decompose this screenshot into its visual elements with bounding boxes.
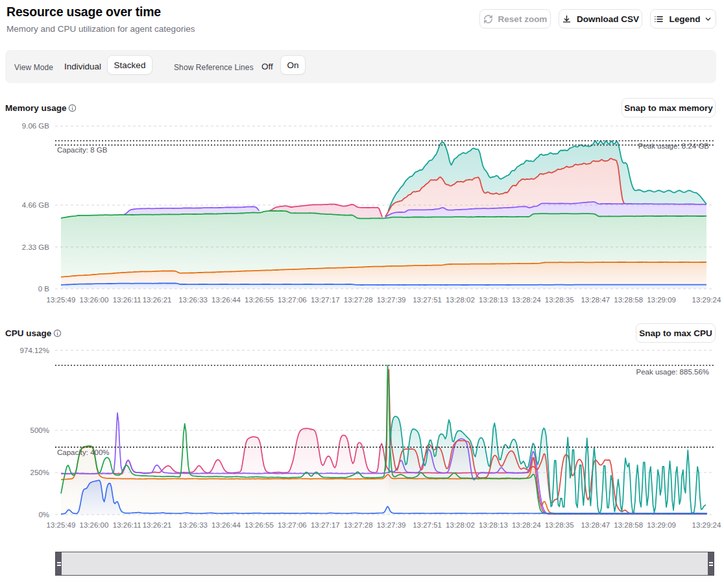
svg-text:13:27:17: 13:27:17 — [311, 521, 340, 529]
svg-text:13:26:11: 13:26:11 — [113, 296, 141, 304]
svg-text:Capacity: 400%: Capacity: 400% — [57, 448, 110, 456]
svg-text:13:28:24: 13:28:24 — [512, 521, 541, 529]
svg-text:13:27:51: 13:27:51 — [413, 521, 442, 529]
svg-text:13:28:35: 13:28:35 — [545, 296, 574, 304]
svg-text:13:27:51: 13:27:51 — [413, 296, 442, 304]
svg-text:13:28:47: 13:28:47 — [581, 296, 610, 304]
svg-text:0 B: 0 B — [38, 285, 50, 293]
svg-text:13:28:35: 13:28:35 — [545, 521, 574, 529]
svg-text:Peak usage: 885.56%: Peak usage: 885.56% — [636, 368, 709, 376]
svg-text:13:26:55: 13:26:55 — [245, 521, 274, 529]
svg-text:Peak usage: 8.24 GB: Peak usage: 8.24 GB — [638, 142, 710, 150]
svg-text:13:26:55: 13:26:55 — [245, 296, 274, 304]
svg-text:13:28:58: 13:28:58 — [614, 296, 643, 304]
svg-text:13:26:21: 13:26:21 — [143, 521, 172, 529]
svg-text:0%: 0% — [38, 511, 49, 519]
svg-text:13:29:09: 13:29:09 — [647, 521, 676, 529]
svg-text:13:29:24: 13:29:24 — [692, 521, 721, 529]
svg-text:13:25:49: 13:25:49 — [47, 521, 76, 529]
svg-text:13:29:09: 13:29:09 — [647, 296, 676, 304]
svg-text:500%: 500% — [30, 426, 49, 434]
svg-text:13:27:39: 13:27:39 — [377, 296, 406, 304]
svg-text:13:28:24: 13:28:24 — [512, 296, 541, 304]
svg-text:13:28:02: 13:28:02 — [446, 521, 475, 529]
svg-text:13:28:13: 13:28:13 — [479, 521, 508, 529]
svg-text:2.33 GB: 2.33 GB — [22, 243, 50, 251]
svg-text:250%: 250% — [30, 469, 49, 476]
svg-text:13:27:28: 13:27:28 — [344, 296, 373, 304]
svg-text:13:28:47: 13:28:47 — [581, 521, 610, 529]
svg-text:4.66 GB: 4.66 GB — [22, 201, 50, 209]
svg-text:13:26:00: 13:26:00 — [80, 521, 109, 529]
svg-text:13:26:33: 13:26:33 — [178, 296, 208, 304]
svg-text:13:28:02: 13:28:02 — [446, 296, 475, 304]
svg-text:13:28:13: 13:28:13 — [479, 296, 508, 304]
svg-text:974.12%: 974.12% — [20, 347, 49, 354]
svg-text:13:26:21: 13:26:21 — [143, 296, 172, 304]
svg-text:13:27:06: 13:27:06 — [278, 296, 307, 304]
svg-text:13:29:24: 13:29:24 — [692, 296, 721, 304]
svg-text:9.06 GB: 9.06 GB — [22, 122, 50, 130]
svg-text:13:26:11: 13:26:11 — [113, 521, 141, 529]
svg-text:13:27:39: 13:27:39 — [377, 521, 406, 529]
svg-text:13:26:33: 13:26:33 — [178, 521, 208, 529]
svg-text:13:27:28: 13:27:28 — [344, 521, 373, 529]
svg-text:13:26:44: 13:26:44 — [211, 296, 241, 304]
svg-text:13:26:00: 13:26:00 — [80, 296, 109, 304]
svg-text:13:26:44: 13:26:44 — [211, 521, 241, 529]
svg-text:13:28:58: 13:28:58 — [614, 521, 643, 529]
svg-text:13:25:49: 13:25:49 — [47, 296, 76, 304]
svg-text:13:27:17: 13:27:17 — [311, 296, 340, 304]
svg-text:Capacity: 8 GB: Capacity: 8 GB — [57, 146, 108, 154]
svg-text:13:27:06: 13:27:06 — [278, 521, 307, 529]
